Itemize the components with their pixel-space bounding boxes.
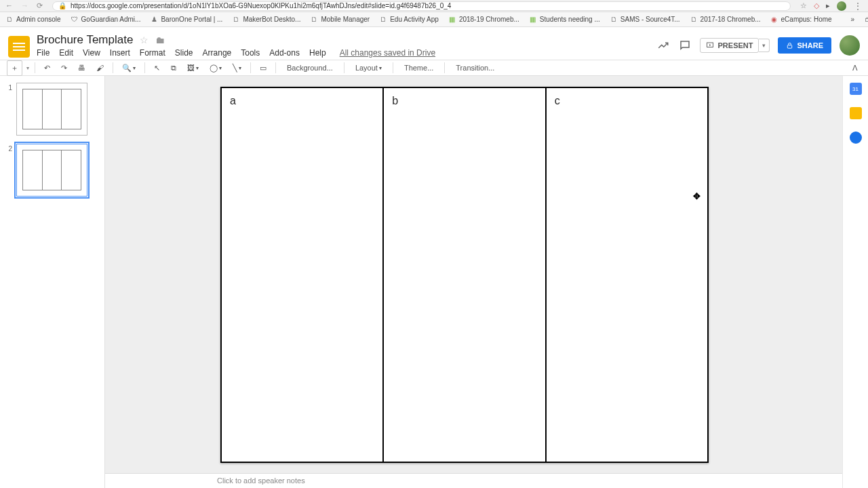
save-status[interactable]: All changes saved in Drive [340, 48, 435, 58]
workspace: 1 2 a b c ✥ Click to add speaker notes [0, 76, 868, 488]
slide-thumbnail-row: 2 [5, 144, 99, 197]
keep-icon[interactable] [850, 107, 862, 119]
activity-icon[interactable] [656, 39, 670, 52]
image-tool[interactable]: 🖼 ▾ [184, 62, 202, 74]
menu-edit[interactable]: Edit [59, 48, 73, 58]
collapse-toolbar-icon[interactable]: ᐱ [849, 62, 861, 75]
move-cursor-icon: ✥ [693, 191, 701, 201]
filmstrip: 1 2 [0, 76, 105, 488]
slide[interactable]: a b c ✥ [220, 87, 709, 463]
document-title[interactable]: Brochure Template [37, 33, 133, 47]
bookmark-overflow[interactable]: » [851, 16, 855, 23]
shield-icon: 🛡 [71, 16, 79, 24]
menu-view[interactable]: View [83, 48, 100, 58]
slides-logo-icon[interactable] [8, 36, 30, 58]
bookmark-item[interactable]: 🗋Admin console [5, 16, 61, 24]
print-button[interactable]: 🖶 [75, 62, 89, 74]
url-bar[interactable]: 🔒 https://docs.google.com/presentation/d… [52, 1, 791, 11]
page-icon: 🗋 [232, 16, 240, 24]
bookmark-item[interactable]: 🗋MakerBot Deskto... [232, 16, 300, 24]
forward-icon[interactable]: → [21, 1, 28, 10]
lock-icon: 🔒 [58, 2, 66, 9]
slide-number: 1 [5, 83, 12, 92]
canvas[interactable]: a b c ✥ Click to add speaker notes [105, 76, 842, 488]
menu-tools[interactable]: Tools [241, 48, 260, 58]
page-icon: ♟ [150, 16, 158, 24]
calendar-icon[interactable] [850, 83, 862, 95]
profile-icon[interactable] [837, 1, 846, 11]
bookmark-item[interactable]: 🛡GoGuardian Admi... [71, 16, 141, 24]
svg-rect-2 [788, 45, 792, 48]
bookmark-item[interactable]: ▦Students needing ... [529, 16, 600, 24]
tasks-icon[interactable] [850, 131, 862, 144]
bookmark-item[interactable]: 🗋Mobile Manager [310, 16, 370, 24]
sheet-icon: ▦ [448, 16, 456, 24]
slide-thumbnail[interactable] [16, 83, 87, 136]
star-icon[interactable]: ☆ [800, 1, 807, 10]
other-bookmarks[interactable]: 🗀Other Bookmarks [864, 16, 868, 24]
background-button[interactable]: Background... [281, 62, 338, 74]
menu-addons[interactable]: Add-ons [269, 48, 300, 58]
folder-icon: 🗀 [864, 16, 868, 24]
bookmark-item[interactable]: ♟BaronOne Portal | ... [150, 16, 222, 24]
url-text: https://docs.google.com/presentation/d/1… [71, 2, 451, 9]
page-icon: 🗋 [690, 16, 698, 24]
ext-icon-1[interactable]: ◇ [814, 1, 819, 10]
shape-tool[interactable]: ◯ ▾ [206, 62, 225, 75]
bookmark-item[interactable]: ▦2018-19 Chromeb... [448, 16, 519, 24]
sheet-icon: ▦ [529, 16, 537, 24]
toolbar: ＋ ▾ ↶ ↷ 🖶 🖌 🔍 ▾ ↖ ⧉ 🖼 ▾ ◯ ▾ ╲ ▾ ▭ Backgr… [0, 60, 868, 76]
textbox-tool[interactable]: ⧉ [167, 62, 180, 75]
zoom-button[interactable]: 🔍 ▾ [119, 62, 139, 75]
bookmark-item[interactable]: 🗋2017-18 Chromeb... [690, 16, 761, 24]
line-tool[interactable]: ╲ ▾ [229, 62, 245, 75]
present-dropdown[interactable]: ▾ [759, 39, 770, 52]
menu-bar: File Edit View Insert Format Slide Arran… [37, 48, 435, 58]
select-tool[interactable]: ↖ [151, 62, 163, 75]
slide-number: 2 [5, 144, 12, 152]
menu-slide[interactable]: Slide [175, 48, 193, 58]
bookmark-item[interactable]: ◉eCampus: Home [770, 16, 832, 24]
star-icon[interactable]: ☆ [140, 35, 149, 45]
bookmark-item[interactable]: 🗋SAMS - Source4T... [610, 16, 680, 24]
reload-icon[interactable]: ⟳ [37, 1, 43, 10]
page-icon: 🗋 [310, 16, 318, 24]
bookmarks-bar: 🗋Admin console 🛡GoGuardian Admi... ♟Baro… [0, 12, 868, 27]
present-button[interactable]: PRESENT [700, 38, 760, 53]
dropdown-icon[interactable]: ▾ [26, 65, 29, 71]
ext-icon-2[interactable]: ▸ [826, 1, 830, 10]
slide-column-a[interactable]: a [222, 88, 384, 462]
slide-thumbnail-selected[interactable] [16, 144, 87, 197]
menu-arrange[interactable]: Arrange [203, 48, 232, 58]
page-icon: 🗋 [379, 16, 387, 24]
undo-button[interactable]: ↶ [41, 62, 54, 75]
transition-button[interactable]: Transition... [450, 62, 500, 74]
menu-insert[interactable]: Insert [110, 48, 130, 58]
user-avatar[interactable] [840, 35, 860, 56]
back-icon[interactable]: ← [5, 1, 13, 10]
page-icon: 🗋 [610, 16, 618, 24]
comment-tool[interactable]: ▭ [256, 62, 270, 75]
slide-column-b[interactable]: b [384, 88, 546, 462]
page-icon: 🗋 [5, 16, 14, 24]
menu-format[interactable]: Format [140, 48, 165, 58]
app-header: Brochure Template ☆ 🖿 File Edit View Ins… [0, 27, 868, 60]
slide-thumbnail-row: 1 [5, 83, 99, 136]
comments-icon[interactable] [678, 39, 692, 52]
share-button[interactable]: SHARE [778, 37, 831, 54]
browser-chrome: ← → ⟳ 🔒 https://docs.google.com/presenta… [0, 0, 868, 12]
slide-column-c[interactable]: c [547, 88, 707, 462]
bookmark-item[interactable]: 🗋Edu Activity App [379, 16, 439, 24]
speaker-notes[interactable]: Click to add speaker notes [105, 473, 842, 488]
theme-button[interactable]: Theme... [399, 62, 439, 74]
menu-icon[interactable]: ⋮ [853, 3, 863, 9]
paint-format-button[interactable]: 🖌 [93, 62, 107, 74]
menu-file[interactable]: File [37, 48, 50, 58]
new-slide-button[interactable]: ＋ [7, 60, 22, 76]
side-panel [842, 76, 868, 488]
layout-button[interactable]: Layout ▾ [350, 62, 387, 74]
folder-icon[interactable]: 🖿 [155, 35, 165, 45]
svg-marker-1 [709, 44, 711, 46]
menu-help[interactable]: Help [309, 48, 326, 58]
redo-button[interactable]: ↷ [58, 62, 71, 75]
